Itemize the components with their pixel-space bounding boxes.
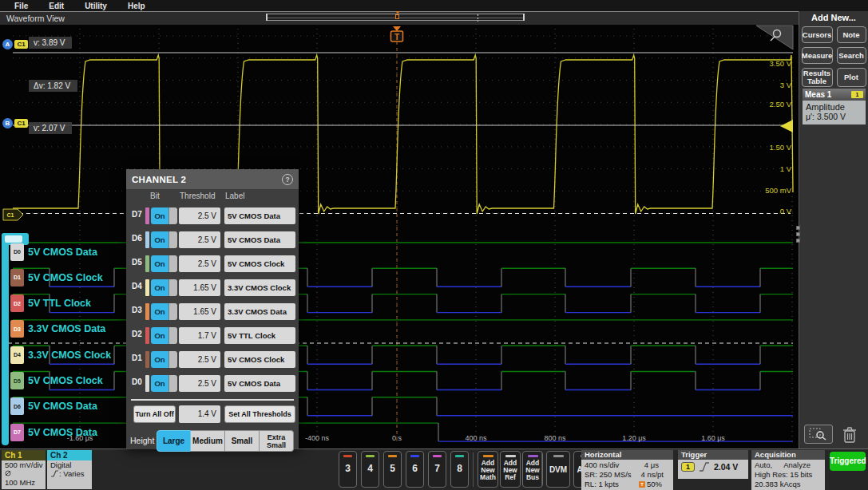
waveform-display[interactable] — [0, 25, 799, 449]
add-new-ref-button[interactable]: AddNewRef — [500, 451, 521, 488]
trigger-panel[interactable]: Trigger 1 2.04 V — [678, 450, 748, 479]
channel-chip[interactable]: D6 — [10, 397, 24, 415]
toggle-knob[interactable] — [168, 351, 177, 368]
tab-waveform-view[interactable]: Waveform View — [6, 14, 65, 23]
bit-on-toggle[interactable]: On — [151, 207, 177, 224]
ch1-bandwidth: 100 MHz — [2, 478, 46, 487]
cursor-a-badge[interactable]: A — [2, 39, 13, 49]
channel-chip[interactable]: D5 — [10, 372, 24, 389]
trash-button[interactable] — [838, 425, 861, 445]
channel-chip[interactable]: D3 — [10, 320, 24, 338]
toggle-knob[interactable] — [168, 207, 177, 224]
toggle-knob[interactable] — [168, 279, 177, 296]
cursor-a-source-badge: C1 — [14, 40, 28, 49]
digital-channel-d7[interactable]: D75V CMOS Data — [10, 423, 97, 442]
toggle-knob[interactable] — [168, 231, 177, 248]
trigger-status-badge: Triggered — [830, 452, 866, 471]
bit-threshold-field[interactable]: 2.5 V — [179, 207, 220, 224]
channel-8-button[interactable]: 8 — [450, 451, 469, 488]
meas-source-flag: 1 — [851, 91, 863, 98]
bit-row-d0: D0On2.5 V5V CMOS Data — [126, 372, 299, 396]
bit-on-toggle[interactable]: On — [151, 279, 177, 296]
bit-label-field[interactable]: 5V CMOS Data — [224, 207, 295, 224]
toggle-knob[interactable] — [168, 375, 177, 392]
bit-row-d1: D1On2.5 V5V CMOS Clock — [126, 348, 299, 372]
dvm-button[interactable]: DVM — [546, 451, 570, 488]
bit-on-toggle[interactable]: On — [151, 303, 177, 320]
channel-3-button[interactable]: 3 — [339, 451, 357, 488]
bit-threshold-field[interactable]: 1.65 V — [179, 303, 220, 320]
panel-drag-handle[interactable] — [796, 226, 802, 243]
bit-threshold-field[interactable]: 2.5 V — [179, 351, 220, 368]
bit-label-field[interactable]: 5V CMOS Clock — [224, 351, 295, 368]
add-new-bus-button[interactable]: AddNewBus — [522, 451, 543, 488]
acquisition-panel[interactable]: Acquisition Auto,Analyze High Res: 15 bi… — [751, 450, 825, 490]
ch2-badge[interactable]: Ch 2 Digital : Varies — [47, 450, 92, 489]
bit-threshold-field[interactable]: 2.5 V — [179, 375, 220, 392]
zoom-overview-bar[interactable] — [266, 14, 525, 21]
cursor-b-badge[interactable]: B — [2, 118, 13, 128]
add-new-measure-button[interactable]: Measure — [802, 47, 833, 64]
add-new-plot-button[interactable]: Plot — [837, 68, 866, 87]
digital-group-bar[interactable] — [2, 233, 9, 445]
toggle-knob[interactable] — [168, 303, 177, 320]
menu-edit[interactable]: Edit — [49, 2, 64, 10]
height-option-extra-small[interactable]: Extra Small — [260, 430, 294, 452]
bit-on-toggle[interactable]: On — [151, 375, 177, 392]
bit-threshold-field[interactable]: 2.5 V — [179, 231, 220, 248]
digital-channel-d0[interactable]: D05V CMOS Data — [10, 243, 97, 262]
add-new-cursors-button[interactable]: Cursors — [802, 26, 833, 43]
menu-utility[interactable]: Utility — [85, 2, 107, 10]
all-threshold-field[interactable]: 1.4 V — [179, 405, 220, 423]
bit-threshold-field[interactable]: 2.5 V — [179, 255, 220, 272]
horizontal-panel[interactable]: Horizontal 400 ns/div4 μs SR: 250 MS/s4 … — [581, 450, 673, 490]
channel-4-button[interactable]: 4 — [361, 451, 379, 488]
turn-all-off-button[interactable]: Turn All Off — [133, 405, 176, 423]
channel-chip[interactable]: D2 — [10, 294, 24, 312]
digital-channel-d5[interactable]: D55V CMOS Clock — [10, 371, 103, 390]
bit-on-toggle[interactable]: On — [151, 255, 177, 272]
bit-on-toggle[interactable]: On — [151, 327, 177, 344]
height-option-medium[interactable]: Medium — [191, 430, 225, 452]
height-option-small[interactable]: Small — [225, 430, 260, 452]
channel-chip[interactable]: D1 — [10, 269, 24, 286]
bit-threshold-field[interactable]: 1.7 V — [179, 327, 220, 344]
channel-7-button[interactable]: 7 — [428, 451, 446, 488]
channel-chip[interactable]: D0 — [10, 243, 24, 261]
toggle-knob[interactable] — [168, 255, 177, 272]
add-new-results-table-button[interactable]: Results Table — [802, 68, 833, 87]
menu-help[interactable]: Help — [128, 2, 145, 10]
toggle-knob[interactable] — [168, 327, 177, 344]
dialog-header[interactable]: CHANNEL 2 ? — [126, 169, 299, 189]
bit-label-field[interactable]: 5V CMOS Clock — [224, 255, 295, 272]
help-icon[interactable]: ? — [282, 174, 293, 185]
bit-label-field[interactable]: 3.3V CMOS Data — [224, 303, 295, 320]
add-new-math-button[interactable]: AddNewMath — [478, 451, 498, 488]
set-all-thresholds-button[interactable]: Set All Thresholds — [224, 405, 295, 423]
dialog-column-headers: Bit Threshold Label — [126, 192, 299, 204]
digital-channel-d6[interactable]: D65V CMOS Data — [10, 397, 97, 416]
channel-chip[interactable]: D4 — [10, 346, 24, 364]
add-new-search-button[interactable]: Search — [837, 47, 866, 64]
menu-file[interactable]: File — [14, 2, 28, 10]
add-new-note-button[interactable]: Note — [837, 26, 866, 43]
height-option-large[interactable]: Large — [157, 430, 191, 452]
channel-chip[interactable]: D7 — [10, 424, 24, 441]
digital-channel-d3[interactable]: D33.3V CMOS Data — [10, 319, 105, 338]
channel-5-button[interactable]: 5 — [383, 451, 402, 488]
zoom-box-button[interactable] — [804, 425, 833, 444]
ch1-badge[interactable]: Ch 1 500 mV/div 100 MHz — [2, 450, 46, 489]
overview-trigger-position-icon[interactable] — [395, 14, 399, 19]
bit-on-toggle[interactable]: On — [151, 351, 177, 368]
channel-6-button[interactable]: 6 — [406, 451, 424, 488]
digital-channel-d4[interactable]: D43.3V CMOS Clock — [10, 346, 111, 365]
digital-channel-d1[interactable]: D15V CMOS Clock — [10, 268, 103, 287]
digital-channel-d2[interactable]: D25V TTL Clock — [10, 294, 91, 313]
bit-label-field[interactable]: 5V CMOS Data — [224, 231, 295, 248]
measurement-badge[interactable]: Meas 1 1 Amplitude μ': 3.500 V — [803, 89, 866, 124]
bit-label-field[interactable]: 5V TTL Clock — [224, 327, 295, 344]
bit-label-field[interactable]: 3.3V CMOS Clock — [224, 279, 295, 296]
bit-on-toggle[interactable]: On — [151, 231, 177, 248]
bit-label-field[interactable]: 5V CMOS Data — [224, 375, 295, 392]
bit-threshold-field[interactable]: 1.65 V — [179, 279, 220, 296]
